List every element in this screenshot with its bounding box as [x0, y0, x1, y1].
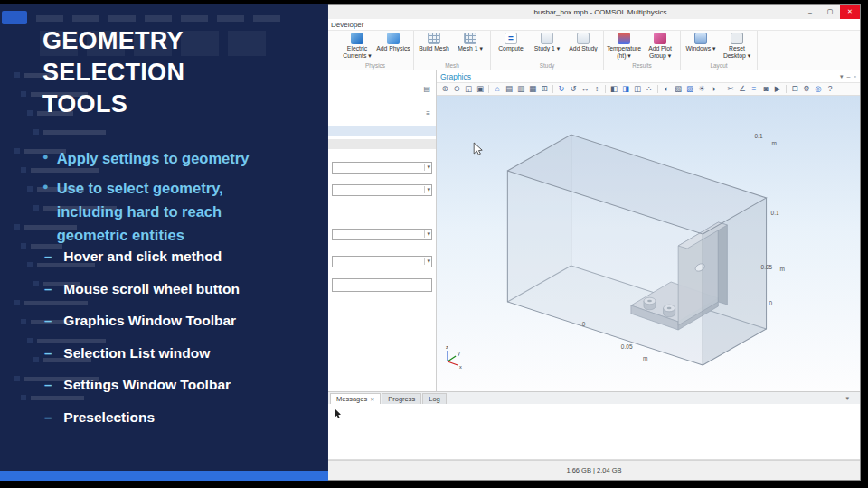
- orbit-rotate-icon[interactable]: ↻: [556, 85, 567, 93]
- tab-label: Log: [429, 395, 440, 403]
- go-to-default-view-icon[interactable]: ⌂: [492, 85, 503, 93]
- transparency-icon[interactable]: ◐: [661, 85, 672, 93]
- svg-text:z: z: [446, 344, 448, 350]
- ribbon-group-mesh: Build MeshMesh 1 ▾Mesh: [414, 31, 491, 70]
- annotations-icon[interactable]: ≡: [749, 85, 760, 93]
- busbar-box-3d-model[interactable]: 0.1 m 0.1 0.05 m 0 0 0.05 m: [437, 96, 860, 391]
- tab-progress[interactable]: Progress: [382, 393, 421, 404]
- reset-view-icon[interactable]: ◎: [813, 85, 824, 93]
- print-icon[interactable]: ⊟: [789, 85, 800, 93]
- view-xy-icon[interactable]: ▤: [504, 85, 514, 93]
- select-points-icon[interactable]: ∴: [644, 85, 655, 93]
- maximize-button[interactable]: ▢: [820, 5, 840, 19]
- animate-icon[interactable]: ▶: [772, 85, 783, 93]
- plot-settings-icon[interactable]: ⚙: [801, 85, 812, 93]
- z-axis-max-label: 0.1: [771, 210, 779, 216]
- selection-dropdown-3[interactable]: [332, 229, 432, 240]
- environment-reflections-icon[interactable]: ◑: [708, 85, 719, 93]
- panel-minimize-icon[interactable]: –: [847, 73, 851, 80]
- image-snapshot-icon[interactable]: ◙: [760, 85, 771, 93]
- dash-text: Graphics Window Toolbar: [63, 313, 236, 329]
- view-xz-icon[interactable]: ▦: [527, 85, 538, 93]
- ribbon-button-study-1[interactable]: Study 1 ▾: [530, 32, 564, 52]
- minimize-button[interactable]: –: [800, 5, 820, 19]
- comsol-window: busbar_box.mph - COMSOL Multiphysics – ▢…: [327, 4, 861, 481]
- file-menu-button[interactable]: [2, 11, 27, 24]
- panel-minimize-icon[interactable]: –: [853, 395, 856, 402]
- toolbar-divider: [552, 85, 553, 93]
- main-area: ▤ ≡ Graphics ▾–▫ ⊕⊖◱▣⌂▤▥▦⊞↻↺↔↕◧◨◫∴◐▧▨☀◑✂…: [328, 70, 860, 391]
- tab-log[interactable]: Log: [422, 393, 447, 404]
- wireframe-rendering-icon[interactable]: ▧: [673, 85, 684, 93]
- select-edges-icon[interactable]: ◫: [632, 85, 643, 93]
- dash-icon: –: [44, 409, 52, 425]
- ghost-icon: [14, 72, 20, 78]
- ghost-tab: [108, 15, 136, 22]
- tab-developer[interactable]: Developer: [331, 21, 363, 29]
- shaded-rendering-icon[interactable]: ▨: [684, 85, 695, 93]
- add-study-icon: [577, 33, 590, 44]
- close-button[interactable]: ✕: [840, 5, 860, 19]
- panel-menu-icon[interactable]: ▾: [846, 395, 850, 402]
- panel-detach-icon[interactable]: ▫: [854, 73, 856, 80]
- selection-dropdown-1[interactable]: [332, 162, 432, 174]
- scene-light-icon[interactable]: ☀: [696, 85, 707, 93]
- ribbon-group-layout: Windows ▾Reset Desktop ▾Layout: [681, 31, 758, 70]
- ribbon-button-electric-currents[interactable]: Electric Currents ▾: [340, 32, 374, 60]
- ribbon-group-label: Physics: [340, 62, 410, 70]
- help-icon[interactable]: ?: [825, 85, 835, 93]
- graphics-header: Graphics ▾–▫: [437, 70, 860, 83]
- study-1-icon: [541, 33, 553, 44]
- ribbon-button-add-plot-group[interactable]: Add Plot Group ▾: [643, 32, 677, 60]
- ghost-icon: [21, 167, 26, 173]
- zoom-box-icon[interactable]: ◱: [463, 85, 474, 93]
- z-axis-unit-label: m: [780, 266, 785, 272]
- close-tab-icon[interactable]: ✕: [370, 396, 374, 402]
- window-title: busbar_box.mph - COMSOL Multiphysics: [401, 8, 800, 16]
- ribbon-button-temperature-ht[interactable]: Temperature (ht) ▾: [607, 32, 641, 60]
- rotate-left-icon[interactable]: ↺: [568, 85, 579, 93]
- bullet-text: Apply settings to geometry: [57, 146, 250, 170]
- view-yz-icon[interactable]: ▥: [515, 85, 526, 93]
- select-domains-icon[interactable]: ◧: [609, 85, 619, 93]
- pan-horizontal-icon[interactable]: ↔: [580, 85, 590, 93]
- zoom-out-icon[interactable]: ⊖: [451, 85, 462, 93]
- selection-dropdown-2[interactable]: [332, 184, 432, 196]
- tab-messages[interactable]: Messages✕: [330, 393, 381, 404]
- ribbon-group-results: Temperature (ht) ▾Add Plot Group ▾Result…: [604, 31, 681, 70]
- add-physics-icon: [387, 33, 400, 44]
- dash-item: –Selection List window: [44, 345, 240, 361]
- zoom-extents-icon[interactable]: ▣: [475, 85, 486, 93]
- messages-panel[interactable]: [328, 404, 860, 460]
- selection-list-icon[interactable]: ▤: [423, 85, 430, 93]
- selection-input[interactable]: [332, 278, 432, 292]
- ribbon-button-compute[interactable]: Compute: [494, 32, 528, 52]
- ribbon-button-add-study[interactable]: Add Study: [566, 32, 600, 52]
- graphics-view[interactable]: 0.1 m 0.1 0.05 m 0 0 0.05 m: [437, 96, 860, 391]
- ribbon-button-build-mesh[interactable]: Build Mesh: [417, 32, 451, 52]
- zoom-in-icon[interactable]: ⊕: [439, 85, 450, 93]
- pan-vertical-icon[interactable]: ↕: [591, 85, 602, 93]
- panel-menu-icon[interactable]: ▾: [840, 73, 844, 80]
- paste-selection-icon[interactable]: ≡: [426, 109, 430, 117]
- measure-icon[interactable]: ∠: [737, 85, 748, 93]
- slide-title: GEOMETRY SELECTION TOOLS: [42, 25, 184, 120]
- show-grid-icon[interactable]: ⊞: [539, 85, 550, 93]
- settings-panel: ▤ ≡: [328, 70, 437, 391]
- graphics-toolbar: ⊕⊖◱▣⌂▤▥▦⊞↻↺↔↕◧◨◫∴◐▧▨☀◑✂∠≡◙▶⊟⚙◎?: [437, 83, 860, 96]
- ghost-icon: [21, 395, 26, 400]
- dash-icon: –: [44, 377, 52, 392]
- ribbon: Electric Currents ▾Add PhysicsPhysicsBui…: [328, 31, 860, 70]
- tab-label: Messages: [336, 395, 367, 403]
- ribbon-button-mesh-1[interactable]: Mesh 1 ▾: [453, 32, 487, 52]
- ghost-icon: [33, 281, 39, 286]
- ribbon-button-windows[interactable]: Windows ▾: [684, 32, 718, 52]
- ribbon-button-add-physics[interactable]: Add Physics: [376, 32, 410, 52]
- title-bar[interactable]: busbar_box.mph - COMSOL Multiphysics – ▢…: [328, 5, 860, 19]
- clip-plane-icon[interactable]: ✂: [725, 85, 736, 93]
- ghost-icon: [21, 319, 26, 324]
- select-boundaries-icon[interactable]: ◨: [620, 85, 631, 93]
- ribbon-tab-bar: Developer: [328, 19, 860, 31]
- ribbon-button-reset-desktop[interactable]: Reset Desktop ▾: [720, 32, 754, 60]
- selection-dropdown-4[interactable]: [332, 256, 432, 267]
